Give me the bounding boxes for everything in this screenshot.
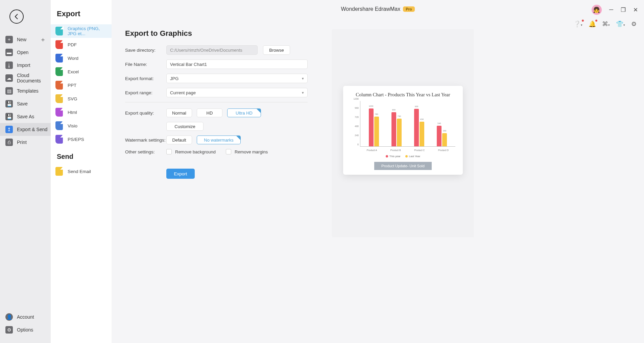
file-icon [55, 121, 63, 130]
export-heading: Export [51, 9, 112, 24]
label-other: Other settings: [125, 149, 166, 154]
file-icon [55, 40, 63, 49]
window-controls: 👧 ─ ❐ ✕ [592, 5, 638, 15]
format-item-ppt[interactable]: PPT [51, 78, 112, 92]
nav-new[interactable]: ＋ New ＋ [0, 33, 51, 46]
main-panel: Wondershare EdrawMax Pro 👧 ─ ❐ ✕ ❔▾ 🔔 ⌘▾… [112, 0, 644, 343]
customize-button[interactable]: Customize [166, 122, 204, 131]
chart-title: Column Chart - Products This Year vs Las… [347, 92, 459, 98]
toolbar-right: ❔▾ 🔔 ⌘▾ 👕▾ ⚙ [573, 20, 637, 28]
label-watermark: Watermark settings: [125, 138, 166, 143]
y-tick: 720 [355, 116, 359, 118]
theme-icon[interactable]: 👕▾ [616, 20, 625, 28]
watermark-none[interactable]: No watermarks [197, 136, 241, 144]
print-icon: ⎙ [5, 139, 13, 146]
label-file-name: File Name: [125, 62, 166, 67]
nav-label: Print [17, 140, 27, 145]
y-tick: 960 [355, 107, 359, 109]
titlebar: Wondershare EdrawMax Pro [112, 0, 644, 18]
nav-cloud[interactable]: ☁ Cloud Documents [0, 72, 51, 84]
pro-badge: Pro [403, 6, 414, 12]
legend-dot-last-year [405, 155, 408, 157]
bar: 730 [397, 119, 402, 146]
format-item-html[interactable]: Html [51, 105, 112, 119]
nav-import[interactable]: ⭳ Import [0, 59, 51, 72]
browse-button[interactable]: Browse [263, 45, 290, 55]
mail-icon [55, 167, 63, 176]
format-item-ps-eps[interactable]: PS/EPS [51, 132, 112, 146]
nav-options[interactable]: ⚙ Options [0, 323, 51, 336]
file-icon [55, 135, 63, 144]
add-icon[interactable]: ＋ [40, 35, 46, 44]
chart-legend: This year Last Year [347, 155, 459, 158]
nav-save-as[interactable]: 💾 Save As [0, 110, 51, 123]
back-button[interactable] [9, 9, 24, 24]
format-select[interactable]: JPG [166, 74, 308, 83]
minimize-button[interactable]: ─ [609, 6, 613, 13]
bar: 350 [442, 133, 447, 146]
app-title: Wondershare EdrawMax [341, 6, 400, 12]
user-avatar[interactable]: 👧 [592, 5, 602, 15]
format-item-graphics-png-jpg-et-[interactable]: Graphics (PNG, JPG et... [51, 24, 112, 38]
help-icon[interactable]: ❔▾ [573, 20, 582, 28]
nav-save[interactable]: 💾 Save [0, 97, 51, 110]
preview-panel: Column Chart - Products This Year vs Las… [332, 29, 474, 237]
range-select[interactable]: Current page [166, 88, 308, 97]
export-form: Export to Graphics Save directory: Brows… [125, 29, 308, 237]
plus-square-icon: ＋ [5, 36, 13, 43]
format-item-pdf[interactable]: PDF [51, 38, 112, 51]
import-icon: ⭳ [5, 62, 13, 69]
watermark-default[interactable]: Default [166, 136, 192, 144]
quality-hd[interactable]: HD [197, 108, 222, 117]
bell-icon[interactable]: 🔔 [589, 20, 596, 28]
label-format: Export format: [125, 76, 166, 81]
file-icon [55, 108, 63, 117]
gear-icon: ⚙ [5, 326, 13, 334]
format-item-visio[interactable]: Visio [51, 119, 112, 132]
x-label: Product A [367, 149, 377, 151]
save-dir-input[interactable] [166, 45, 258, 55]
quality-normal[interactable]: Normal [166, 108, 192, 117]
export-button[interactable]: Export [166, 169, 195, 179]
bar: 900 [391, 112, 396, 146]
close-button[interactable]: ✕ [633, 6, 638, 14]
nav-label: Save [17, 101, 28, 106]
maximize-button[interactable]: ❐ [621, 6, 626, 14]
save-as-icon: 💾 [5, 113, 13, 120]
label-range: Export range: [125, 90, 166, 95]
nav-label: New [17, 37, 26, 42]
nav-export-send[interactable]: ↥ Export & Send [0, 123, 51, 136]
nav-print[interactable]: ⎙ Print [0, 136, 51, 149]
remove-bg-label: Remove background [175, 149, 216, 154]
remove-bg-checkbox[interactable] [166, 149, 172, 154]
file-name-input[interactable] [166, 59, 308, 69]
format-item-svg[interactable]: SVG [51, 92, 112, 105]
y-tick: 1200 [353, 98, 359, 100]
save-icon: 💾 [5, 100, 13, 107]
send-email-item[interactable]: Send Email [51, 165, 112, 178]
bar-group: 900730 [391, 112, 402, 146]
nav-label: Import [17, 63, 30, 68]
remove-margins-checkbox[interactable] [226, 149, 231, 154]
nav-label: Export & Send [17, 127, 47, 132]
user-icon: 👤 [5, 313, 13, 321]
bar-group: 1000780 [369, 108, 379, 147]
nav-open[interactable]: ▬ Open [0, 46, 51, 59]
format-item-excel[interactable]: Excel [51, 65, 112, 78]
x-label: Product B [390, 149, 401, 151]
file-icon [55, 94, 63, 103]
format-item-word[interactable]: Word [51, 51, 112, 65]
chart-area: 02404807209601200 1000780900730990650540… [351, 101, 455, 153]
file-icon [55, 27, 63, 35]
file-icon [55, 67, 63, 76]
nav-account[interactable]: 👤 Account [0, 311, 51, 323]
file-icon [55, 54, 63, 63]
apps-icon[interactable]: ⌘▾ [602, 20, 610, 28]
bar-group: 540350 [437, 126, 447, 146]
file-icon [55, 81, 63, 90]
nav-templates[interactable]: ▤ Templates [0, 84, 51, 97]
y-tick: 480 [355, 125, 359, 127]
quality-ultra-hd[interactable]: Ultra HD [227, 108, 261, 117]
settings-icon[interactable]: ⚙ [631, 20, 637, 28]
bar: 540 [437, 126, 442, 146]
